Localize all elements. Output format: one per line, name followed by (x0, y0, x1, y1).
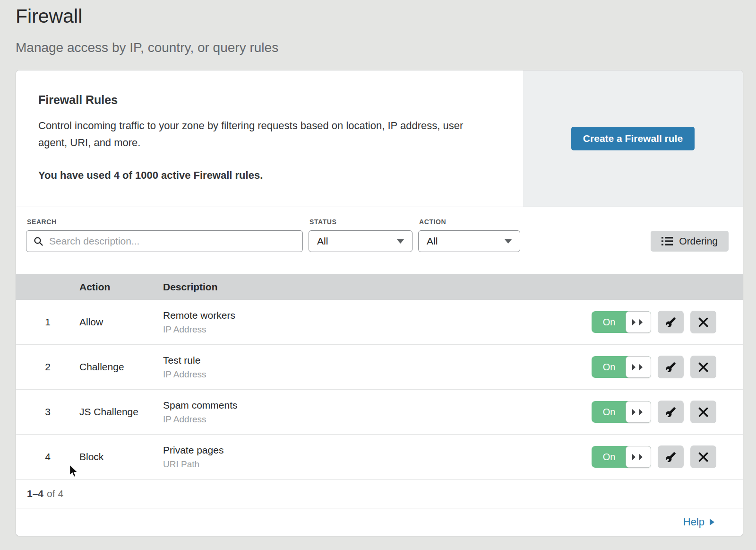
row-controls: On (592, 311, 743, 333)
edit-rule-button[interactable] (658, 311, 684, 333)
chevron-down-icon (397, 239, 404, 244)
card-footer: Help (16, 508, 743, 536)
column-action: Action (79, 281, 163, 293)
status-label: STATUS (309, 218, 412, 226)
toggle-on-label: On (592, 311, 627, 333)
rule-match-field: IP Address (163, 324, 592, 335)
help-arrow-icon (710, 519, 714, 525)
rule-description: Test rule (163, 355, 592, 366)
close-icon (698, 452, 708, 462)
rule-priority: 2 (16, 361, 79, 373)
action-select[interactable]: All (418, 230, 520, 252)
rule-description-cell: Remote workers IP Address (163, 310, 592, 335)
toggle-arrows-icon[interactable] (626, 446, 651, 468)
wrench-icon (665, 362, 676, 373)
delete-rule-button[interactable] (690, 311, 716, 333)
rule-enabled-toggle[interactable]: On (592, 356, 651, 378)
card-header-text: Firewall Rules Control incoming traffic … (16, 70, 523, 207)
table-header: Action Description (16, 274, 743, 300)
usage-text: You have used 4 of 1000 active Firewall … (38, 169, 504, 182)
chevron-down-icon (505, 239, 512, 244)
edit-rule-button[interactable] (658, 445, 684, 468)
rule-action: Block (79, 451, 163, 463)
toggle-on-label: On (592, 446, 627, 468)
delete-rule-button[interactable] (690, 356, 716, 378)
wrench-icon (665, 452, 676, 463)
toggle-arrows-icon[interactable] (626, 356, 651, 378)
ordering-button[interactable]: Ordering (651, 231, 729, 252)
help-link-label: Help (683, 516, 704, 528)
status-filter: STATUS All (309, 218, 412, 252)
card-header-side-panel: Create a Firewall rule (523, 70, 743, 207)
pagination-total: of 4 (47, 488, 63, 499)
firewall-rules-card: Firewall Rules Control incoming traffic … (16, 70, 743, 536)
pagination-range: 1–4 (27, 488, 43, 499)
search-input-box[interactable] (26, 230, 303, 252)
rule-enabled-toggle[interactable]: On (592, 311, 651, 333)
status-select-value: All (317, 236, 328, 247)
rule-description-cell: Private pages URI Path (163, 445, 592, 470)
rule-action: JS Challenge (79, 406, 163, 418)
table-row: 3 JS Challenge Spam comments IP Address … (16, 390, 743, 435)
rule-enabled-toggle[interactable]: On (592, 401, 651, 423)
help-link[interactable]: Help (683, 516, 714, 528)
rule-priority: 4 (16, 451, 79, 463)
action-filter: ACTION All (418, 218, 520, 252)
edit-rule-button[interactable] (658, 356, 684, 378)
action-label: ACTION (419, 218, 520, 226)
rule-enabled-toggle[interactable]: On (592, 446, 651, 468)
rule-description-cell: Spam comments IP Address (163, 400, 592, 425)
page-subtitle: Manage access by IP, country, or query r… (16, 40, 756, 55)
delete-rule-button[interactable] (690, 445, 716, 468)
toggle-arrows-icon[interactable] (626, 401, 651, 423)
rule-priority: 3 (16, 406, 79, 418)
row-controls: On (592, 445, 743, 468)
table-row: 1 Allow Remote workers IP Address On (16, 300, 743, 345)
pagination: 1–4 of 4 (16, 480, 743, 508)
page-header: Firewall Manage access by IP, country, o… (0, 0, 756, 55)
page-title: Firewall (16, 5, 756, 27)
rule-match-field: IP Address (163, 414, 592, 425)
rule-match-field: URI Path (163, 459, 592, 470)
close-icon (698, 317, 708, 327)
row-controls: On (592, 356, 743, 378)
search-input[interactable] (48, 235, 295, 247)
create-firewall-rule-button[interactable]: Create a Firewall rule (571, 127, 695, 150)
close-icon (698, 407, 708, 417)
rule-match-field: IP Address (163, 369, 592, 380)
rule-description-cell: Test rule IP Address (163, 355, 592, 380)
delete-rule-button[interactable] (690, 401, 716, 423)
wrench-icon (665, 407, 676, 418)
ordering-list-icon (662, 236, 673, 246)
rule-action: Allow (79, 316, 163, 328)
toggle-arrows-icon[interactable] (626, 311, 651, 333)
rule-description: Private pages (163, 445, 592, 456)
toggle-on-label: On (592, 401, 627, 423)
column-description: Description (163, 281, 743, 293)
rule-action: Challenge (79, 361, 163, 373)
search-icon (34, 236, 43, 246)
action-select-value: All (427, 236, 438, 247)
table-row: 2 Challenge Test rule IP Address On (16, 345, 743, 390)
search-label: SEARCH (27, 218, 303, 226)
row-controls: On (592, 401, 743, 423)
close-icon (698, 362, 708, 372)
filter-bar: SEARCH STATUS All ACTION All (16, 207, 743, 274)
firewall-rules-heading: Firewall Rules (38, 93, 504, 107)
edit-rule-button[interactable] (658, 401, 684, 423)
wrench-icon (665, 317, 676, 328)
firewall-rules-description: Control incoming traffic to your zone by… (38, 117, 487, 151)
rule-description: Spam comments (163, 400, 592, 411)
status-select[interactable]: All (309, 230, 412, 252)
ordering-button-label: Ordering (679, 236, 718, 247)
table-row: 4 Block Private pages URI Path On (16, 435, 743, 480)
search-filter: SEARCH (26, 218, 303, 252)
rule-priority: 1 (16, 316, 79, 328)
toggle-on-label: On (592, 356, 627, 378)
rule-description: Remote workers (163, 310, 592, 321)
card-header-section: Firewall Rules Control incoming traffic … (16, 70, 743, 207)
rules-list: 1 Allow Remote workers IP Address On (16, 300, 743, 480)
